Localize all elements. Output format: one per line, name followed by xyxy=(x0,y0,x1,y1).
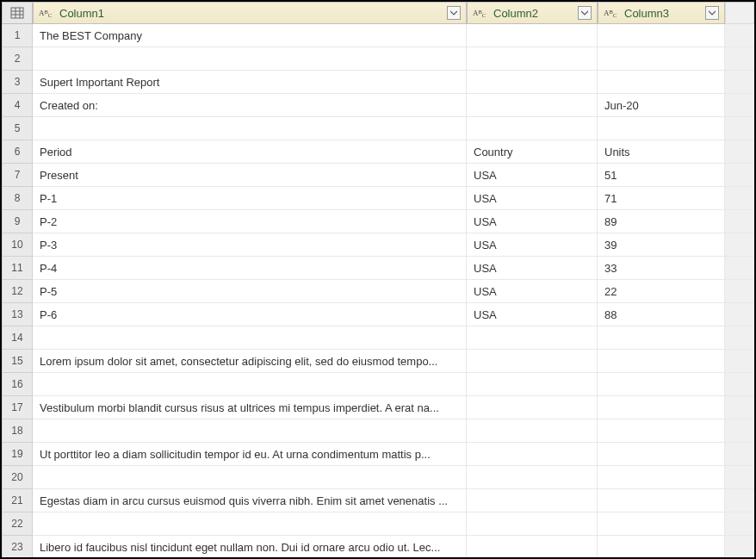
table-cell[interactable] xyxy=(467,350,598,373)
table-cell[interactable]: Units xyxy=(598,140,725,164)
table-cell[interactable]: P-2 xyxy=(33,210,467,233)
filter-dropdown-button[interactable] xyxy=(578,6,592,20)
row-number[interactable]: 13 xyxy=(2,303,33,326)
table-cell[interactable]: Egestas diam in arcu cursus euismod quis… xyxy=(33,489,467,512)
table-cell[interactable] xyxy=(598,443,725,466)
row-number[interactable]: 4 xyxy=(2,94,33,117)
table-cell[interactable]: Lorem ipsum dolor sit amet, consectetur … xyxy=(33,350,467,373)
table-cell[interactable] xyxy=(598,350,725,373)
table-cell[interactable]: Jun-20 xyxy=(598,94,725,117)
table-cell[interactable] xyxy=(598,373,725,396)
row-number[interactable]: 2 xyxy=(2,47,33,71)
row-number[interactable]: 21 xyxy=(2,489,33,512)
table-cell[interactable]: 89 xyxy=(598,210,725,233)
table-cell[interactable]: 71 xyxy=(598,187,725,210)
table-cell[interactable] xyxy=(467,47,598,71)
row-number[interactable]: 15 xyxy=(2,350,33,373)
table-cell[interactable]: USA xyxy=(467,233,598,257)
row-number[interactable]: 6 xyxy=(2,140,33,164)
table-cell[interactable] xyxy=(598,466,725,489)
table-cell[interactable]: P-5 xyxy=(33,280,467,303)
filter-dropdown-button[interactable] xyxy=(705,6,719,20)
table-cell[interactable] xyxy=(467,94,598,117)
row-number[interactable]: 8 xyxy=(2,187,33,210)
table-cell[interactable]: 88 xyxy=(598,303,725,326)
table-cell[interactable] xyxy=(598,536,725,559)
filter-dropdown-button[interactable] xyxy=(447,6,461,20)
row-number[interactable]: 22 xyxy=(2,512,33,536)
row-number[interactable]: 16 xyxy=(2,373,33,396)
row-number[interactable]: 9 xyxy=(2,210,33,233)
table-cell[interactable] xyxy=(33,47,467,71)
table-cell[interactable]: USA xyxy=(467,257,598,280)
table-cell[interactable] xyxy=(467,24,598,47)
column-header-column2[interactable]: A B C Column2 xyxy=(467,2,598,24)
table-cell[interactable] xyxy=(598,512,725,536)
table-cell[interactable]: USA xyxy=(467,187,598,210)
table-cell[interactable] xyxy=(467,396,598,419)
table-cell[interactable] xyxy=(598,24,725,47)
table-cell[interactable] xyxy=(467,419,598,443)
table-cell[interactable] xyxy=(467,117,598,140)
table-cell[interactable]: USA xyxy=(467,210,598,233)
select-all-corner[interactable] xyxy=(2,2,33,24)
table-cell[interactable] xyxy=(467,443,598,466)
column-header-column3[interactable]: A B C Column3 xyxy=(598,2,725,24)
row-number[interactable]: 7 xyxy=(2,164,33,187)
table-cell[interactable]: Vestibulum morbi blandit cursus risus at… xyxy=(33,396,467,419)
table-cell[interactable] xyxy=(467,466,598,489)
table-cell[interactable] xyxy=(598,326,725,350)
table-cell[interactable]: P-6 xyxy=(33,303,467,326)
table-cell[interactable]: USA xyxy=(467,303,598,326)
table-cell[interactable]: 51 xyxy=(598,164,725,187)
row-number[interactable]: 3 xyxy=(2,71,33,94)
table-cell[interactable] xyxy=(33,117,467,140)
table-cell[interactable] xyxy=(598,117,725,140)
table-cell[interactable] xyxy=(598,71,725,94)
table-cell[interactable]: The BEST Company xyxy=(33,24,467,47)
row-number[interactable]: 10 xyxy=(2,233,33,257)
table-cell[interactable] xyxy=(33,466,467,489)
table-cell[interactable]: Country xyxy=(467,140,598,164)
table-cell[interactable]: Libero id faucibus nisl tincidunt eget n… xyxy=(33,536,467,559)
table-cell[interactable] xyxy=(467,373,598,396)
table-cell[interactable]: P-4 xyxy=(33,257,467,280)
row-number[interactable]: 18 xyxy=(2,419,33,443)
row-number[interactable]: 5 xyxy=(2,117,33,140)
table-cell[interactable] xyxy=(467,326,598,350)
table-cell[interactable] xyxy=(33,419,467,443)
table-cell[interactable]: 39 xyxy=(598,233,725,257)
table-cell[interactable] xyxy=(467,512,598,536)
row-number[interactable]: 14 xyxy=(2,326,33,350)
table-cell[interactable]: 33 xyxy=(598,257,725,280)
table-cell[interactable]: Ut porttitor leo a diam sollicitudin tem… xyxy=(33,443,467,466)
table-cell[interactable]: 22 xyxy=(598,280,725,303)
row-number[interactable]: 23 xyxy=(2,536,33,559)
table-cell[interactable] xyxy=(33,512,467,536)
table-cell[interactable] xyxy=(598,419,725,443)
table-cell[interactable] xyxy=(467,489,598,512)
table-cell[interactable]: Present xyxy=(33,164,467,187)
table-cell[interactable]: USA xyxy=(467,164,598,187)
row-number[interactable]: 17 xyxy=(2,396,33,419)
row-number[interactable]: 12 xyxy=(2,280,33,303)
table-cell[interactable]: Supert Important Report xyxy=(33,71,467,94)
row-number[interactable]: 1 xyxy=(2,24,33,47)
table-cell[interactable]: P-3 xyxy=(33,233,467,257)
row-number[interactable]: 19 xyxy=(2,443,33,466)
table-cell[interactable]: USA xyxy=(467,280,598,303)
table-cell[interactable] xyxy=(598,489,725,512)
table-cell[interactable] xyxy=(598,47,725,71)
table-cell[interactable] xyxy=(598,396,725,419)
table-cell[interactable]: Period xyxy=(33,140,467,164)
table-cell[interactable]: P-1 xyxy=(33,187,467,210)
table-cell[interactable] xyxy=(33,373,467,396)
row-number[interactable]: 11 xyxy=(2,257,33,280)
table-cell[interactable] xyxy=(467,536,598,559)
row-number[interactable]: 20 xyxy=(2,466,33,489)
table-cell[interactable] xyxy=(467,71,598,94)
cell-value: 22 xyxy=(604,285,717,298)
table-cell[interactable]: Created on: xyxy=(33,94,467,117)
table-cell[interactable] xyxy=(33,326,467,350)
column-header-column1[interactable]: A B C Column1 xyxy=(33,2,467,24)
